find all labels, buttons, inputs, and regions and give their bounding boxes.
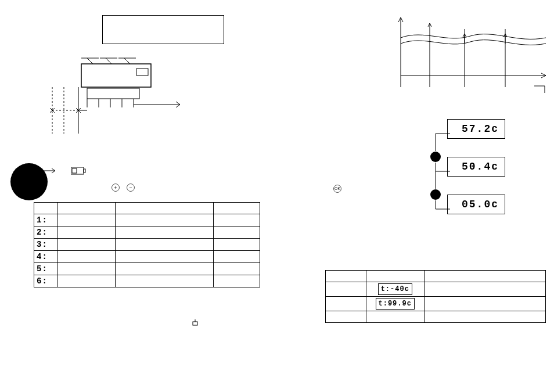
cell <box>57 251 115 263</box>
header-cell <box>34 203 57 214</box>
svg-rect-29 <box>72 168 77 173</box>
cell <box>214 226 260 239</box>
table-row: 6: <box>34 275 260 287</box>
svg-rect-30 <box>84 169 85 172</box>
cell <box>326 311 366 323</box>
param-number: 4: <box>34 251 57 263</box>
header-cell <box>115 203 214 214</box>
cell <box>115 251 214 263</box>
top-empty-box <box>102 15 224 44</box>
lcd-small-1: t:-40c <box>378 283 412 295</box>
svg-rect-31 <box>193 322 197 325</box>
cell <box>214 251 260 263</box>
svg-line-1 <box>87 58 93 64</box>
table-row <box>326 311 546 323</box>
svg-line-3 <box>106 58 111 64</box>
cell <box>115 214 214 226</box>
svg-rect-7 <box>136 69 148 75</box>
cell <box>115 263 214 275</box>
cell <box>214 263 260 275</box>
svg-rect-8 <box>87 88 139 99</box>
param-number: 6: <box>34 275 57 287</box>
param-number: 2: <box>34 226 57 239</box>
table-row: t:99.9c <box>326 297 546 311</box>
cell <box>115 226 214 239</box>
cell-display: t:-40c <box>366 282 424 297</box>
cell <box>424 311 545 323</box>
svg-line-5 <box>124 58 130 64</box>
param-number: 5: <box>34 263 57 275</box>
table-header-row <box>326 271 546 282</box>
small-icon <box>192 319 200 328</box>
table-row: 3: <box>34 239 260 251</box>
header-cell <box>366 271 424 282</box>
cell <box>115 275 214 287</box>
plus-button[interactable]: + <box>111 184 120 192</box>
lcd-small-2: t:99.9c <box>376 298 415 310</box>
cell <box>57 239 115 251</box>
cell <box>214 239 260 251</box>
ok-button[interactable]: OK <box>333 185 341 193</box>
cell <box>57 226 115 239</box>
header-cell <box>214 203 260 214</box>
cell <box>366 311 424 323</box>
table-header-row <box>34 203 260 214</box>
header-cell <box>326 271 366 282</box>
lcd-flow-lines <box>430 116 459 238</box>
cell <box>57 275 115 287</box>
wiring-diagram <box>46 46 221 139</box>
adjust-knob-diagram <box>9 161 61 202</box>
parameter-table: 1: 2: 3: 4: 5: 6: <box>34 202 260 287</box>
table-row: 2: <box>34 226 260 239</box>
cell-display: t:99.9c <box>366 297 424 311</box>
table-row: 4: <box>34 251 260 263</box>
header-cell <box>424 271 545 282</box>
cell <box>57 214 115 226</box>
cell <box>57 263 115 275</box>
cell <box>424 282 545 297</box>
error-table: t:-40c t:99.9c <box>325 270 546 323</box>
header-cell <box>57 203 115 214</box>
table-row: 1: <box>34 214 260 226</box>
cell <box>326 297 366 311</box>
minus-button[interactable]: − <box>127 184 135 192</box>
cell <box>214 275 260 287</box>
param-number: 1: <box>34 214 57 226</box>
cell <box>115 239 214 251</box>
table-row: 5: <box>34 263 260 275</box>
param-number: 3: <box>34 239 57 251</box>
cell <box>424 297 545 311</box>
table-row: t:-40c <box>326 282 546 297</box>
temperature-graph <box>389 12 552 99</box>
cell <box>326 282 366 297</box>
level-icon <box>71 167 86 175</box>
cell <box>214 214 260 226</box>
